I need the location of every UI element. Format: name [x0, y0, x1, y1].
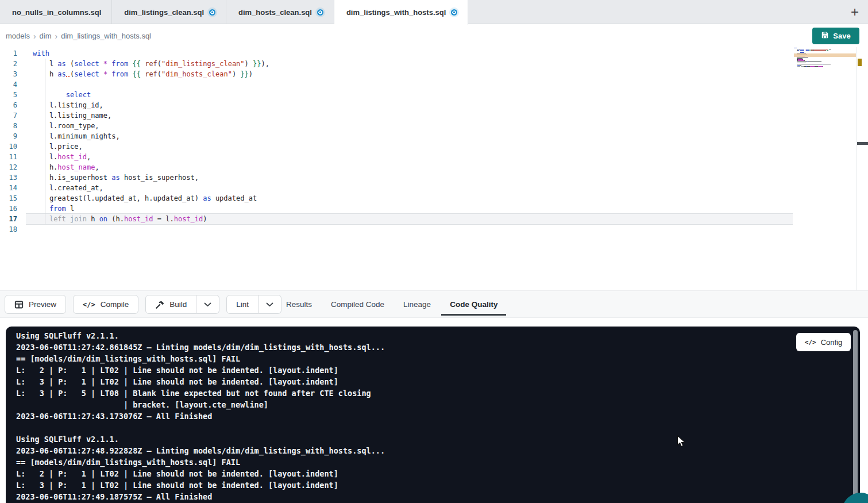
- minimap[interactable]: [794, 48, 856, 289]
- panel-tabs: ResultsCompiled CodeLineageCode Quality: [286, 291, 497, 317]
- code-line[interactable]: l.listing_name,: [33, 110, 269, 121]
- action-toolbar: Preview</>CompileBuildLint ResultsCompil…: [0, 290, 868, 318]
- tab-label: dim_listings_with_hosts.sql: [346, 8, 446, 17]
- minimap-line: [794, 63, 856, 63]
- action-buttons: Preview</>CompileBuildLint: [5, 295, 281, 314]
- lint-dropdown-button[interactable]: [259, 295, 281, 314]
- code-line[interactable]: l.host_id,: [33, 152, 269, 162]
- line-number: 18: [0, 224, 17, 235]
- new-tab-button[interactable]: +: [846, 3, 863, 21]
- chevron-down-icon: [204, 302, 211, 307]
- code-line[interactable]: l.created_at,: [33, 183, 269, 193]
- compile-button[interactable]: </>Compile: [73, 295, 138, 314]
- code-line[interactable]: l as (select * from {{ ref("dim_listings…: [33, 59, 269, 69]
- line-number: 8: [0, 121, 17, 131]
- line-number: 5: [0, 90, 17, 100]
- tab-dim_listings_clean.sql[interactable]: dim_listings_clean.sql: [112, 0, 226, 24]
- tab-bar: no_nulls_in_columns.sqldim_listings_clea…: [0, 0, 868, 24]
- line-number: 10: [0, 141, 17, 152]
- panel-tab-lineage[interactable]: Lineage: [403, 291, 431, 317]
- code-line[interactable]: [33, 224, 269, 235]
- terminal-output: Using SQLFluff v2.1.1. 2023-06-06T11:27:…: [16, 330, 385, 502]
- minimap-line: [794, 64, 856, 64]
- code-line[interactable]: greatest(l.updated_at, h.updated_at) as …: [33, 193, 269, 203]
- tab-label: no_nulls_in_columns.sql: [12, 8, 101, 17]
- code-icon: </>: [83, 300, 95, 309]
- code-line[interactable]: from l: [33, 203, 269, 214]
- minimap-line: [794, 66, 856, 67]
- line-number: 2: [0, 59, 17, 69]
- minimap-line: [794, 57, 856, 57]
- panel-tab-code-quality[interactable]: Code Quality: [450, 291, 497, 317]
- tab-dim_listings_with_hosts.sql[interactable]: dim_listings_with_hosts.sql: [334, 0, 468, 25]
- minimap-line: [794, 49, 856, 49]
- chevron-separator-icon: ›: [33, 32, 36, 41]
- minimap-line: [794, 48, 856, 48]
- build-button-group: Build: [145, 295, 219, 314]
- code-line[interactable]: l.minimum_nights,: [33, 131, 269, 141]
- code-line[interactable]: left join h on (h.host_id = l.host_id): [33, 214, 269, 224]
- code-line[interactable]: with: [33, 48, 269, 59]
- file-header-bar: models›dim›dim_listings_with_hosts.sql S…: [0, 25, 868, 47]
- line-number: 15: [0, 193, 17, 203]
- panel-tab-compiled-code[interactable]: Compiled Code: [331, 291, 384, 317]
- panel-tab-results[interactable]: Results: [286, 291, 312, 317]
- minimap-line: [794, 52, 856, 53]
- minimap-line: [794, 67, 856, 68]
- chevron-separator-icon: ›: [55, 32, 58, 41]
- save-icon: [821, 31, 829, 41]
- code-line[interactable]: l.price,: [33, 141, 269, 152]
- terminal-scrollbar[interactable]: [853, 330, 858, 502]
- preview-button[interactable]: Preview: [5, 295, 66, 314]
- code-line[interactable]: select: [33, 90, 269, 100]
- minimap-line: [794, 60, 856, 61]
- breadcrumb-part: dim: [40, 32, 52, 40]
- compile-label: Compile: [101, 300, 129, 309]
- breadcrumb-part: models: [6, 32, 30, 40]
- line-number: 1: [0, 48, 17, 59]
- line-number: 9: [0, 131, 17, 141]
- code-editor[interactable]: 123456789101112131415161718 with l as (s…: [0, 47, 868, 290]
- line-number: 3: [0, 69, 17, 79]
- line-number: 6: [0, 100, 17, 110]
- build-dropdown-button[interactable]: [196, 295, 219, 314]
- preview-label: Preview: [29, 300, 56, 309]
- line-number: 4: [0, 79, 17, 90]
- modified-dot-icon: [317, 9, 323, 16]
- compile-button-group: </>Compile: [73, 295, 138, 314]
- lint-label: Lint: [236, 300, 249, 309]
- dbt-ide-window: no_nulls_in_columns.sqldim_listings_clea…: [0, 0, 868, 503]
- code-line[interactable]: h.host_name,: [33, 162, 269, 172]
- hammer-icon: [155, 300, 164, 309]
- modified-dot-icon: [451, 9, 457, 16]
- tab-list: no_nulls_in_columns.sqldim_listings_clea…: [0, 0, 468, 24]
- code-content[interactable]: with l as (select * from {{ ref("dim_lis…: [33, 48, 269, 235]
- tab-no_nulls_in_columns.sql[interactable]: no_nulls_in_columns.sql: [0, 0, 112, 24]
- build-label: Build: [169, 300, 187, 309]
- minimap-line: [794, 58, 856, 59]
- mouse-cursor: [677, 435, 686, 448]
- line-number: 11: [0, 152, 17, 162]
- minimap-error-highlight: [794, 53, 856, 57]
- code-line[interactable]: h as (select * from {{ ref("dim_hosts_cl…: [33, 69, 269, 79]
- breadcrumb-part: dim_listings_with_hosts.sql: [61, 32, 151, 40]
- minimap-line: [794, 51, 856, 52]
- code-line[interactable]: l.room_type,: [33, 121, 269, 131]
- save-button[interactable]: Save: [812, 28, 859, 44]
- code-line[interactable]: h.is_superhost as host_is_superhost,: [33, 172, 269, 183]
- chevron-down-icon: [266, 302, 273, 307]
- minimap-line: [794, 50, 856, 51]
- line-number: 7: [0, 110, 17, 121]
- config-button[interactable]: </> Config: [796, 333, 851, 351]
- minimap-line: [794, 59, 856, 60]
- lint-button[interactable]: Lint: [226, 295, 259, 314]
- scroll-position-marker: [857, 142, 868, 145]
- tab-dim_hosts_clean.sql[interactable]: dim_hosts_clean.sql: [226, 0, 334, 24]
- code-line[interactable]: [33, 79, 269, 90]
- line-number-gutter: 123456789101112131415161718: [0, 48, 17, 235]
- code-line[interactable]: l.listing_id,: [33, 100, 269, 110]
- line-number: 14: [0, 183, 17, 193]
- line-number: 12: [0, 162, 17, 172]
- overview-ruler[interactable]: [856, 47, 868, 290]
- build-button[interactable]: Build: [145, 295, 196, 314]
